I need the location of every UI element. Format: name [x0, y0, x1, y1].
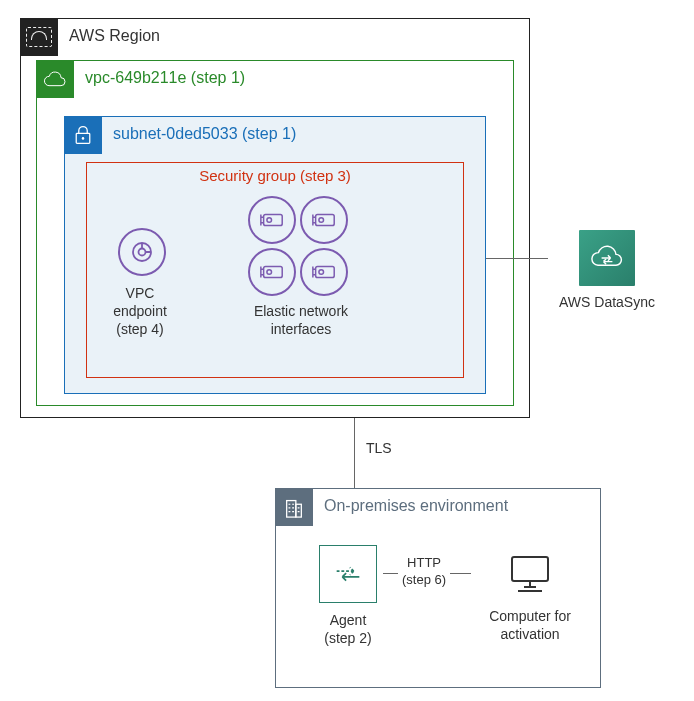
agent-icon — [319, 545, 377, 603]
vpc-endpoint-icon — [118, 228, 166, 276]
svg-rect-12 — [287, 501, 296, 517]
svg-rect-14 — [512, 557, 548, 581]
architecture-diagram: AWS Region vpc-649b211e (step 1) subnet-… — [0, 0, 694, 701]
datasync-label: AWS DataSync — [552, 294, 662, 310]
svg-point-1 — [82, 137, 85, 140]
svg-point-11 — [319, 270, 324, 275]
aws-datasync-service: AWS DataSync — [552, 230, 662, 310]
lock-icon — [64, 116, 102, 154]
svg-point-7 — [319, 218, 324, 223]
eni-icon — [300, 248, 348, 296]
http-label: HTTP (step 6) — [398, 555, 450, 589]
connection-subnet-to-datasync — [486, 258, 548, 259]
vpc-endpoint-label: VPC endpoint (step 4) — [86, 284, 194, 339]
agent: Agent (step 2) — [300, 545, 396, 647]
agent-label: Agent (step 2) — [300, 611, 396, 647]
eni-icon — [248, 248, 296, 296]
computer-for-activation: Computer for activation — [470, 545, 590, 643]
aws-region-label: AWS Region — [69, 27, 160, 45]
tls-label: TLS — [362, 440, 396, 456]
building-icon — [275, 488, 313, 526]
svg-rect-13 — [296, 504, 302, 517]
connection-tls — [354, 418, 355, 488]
on-prem-label: On-premises environment — [324, 497, 508, 515]
eni-label: Elastic network interfaces — [236, 302, 366, 338]
datasync-icon — [579, 230, 635, 286]
eni-icon-group — [248, 196, 350, 298]
svg-point-9 — [267, 270, 272, 275]
cloud-dashed-icon — [20, 18, 58, 56]
subnet-label: subnet-0ded5033 (step 1) — [113, 125, 296, 143]
computer-label: Computer for activation — [470, 607, 590, 643]
svg-point-5 — [267, 218, 272, 223]
svg-point-3 — [139, 249, 146, 256]
computer-icon — [502, 545, 558, 601]
security-group-label: Security group (step 3) — [87, 167, 463, 184]
eni-icon — [300, 196, 348, 244]
eni-icon — [248, 196, 296, 244]
vpc-cloud-icon — [36, 60, 74, 98]
vpc-label: vpc-649b211e (step 1) — [85, 69, 245, 87]
